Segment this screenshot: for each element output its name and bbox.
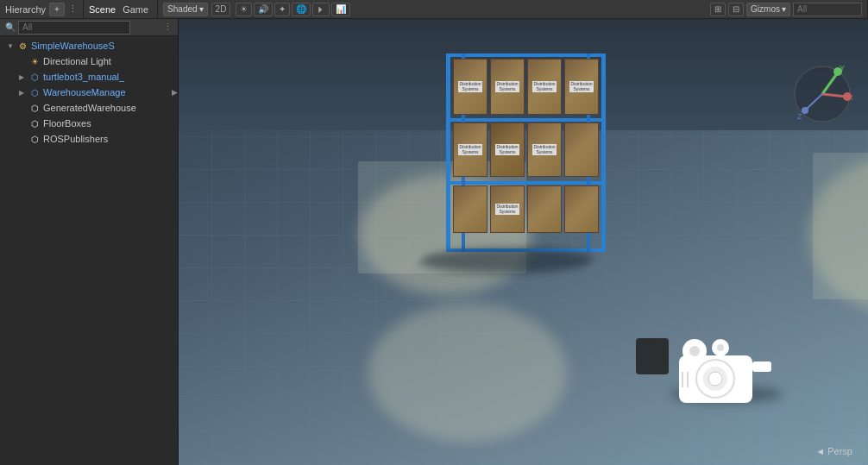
scene-viewport[interactable]: DistributionSystems DistributionSystems … xyxy=(179,19,868,465)
box-3-4 xyxy=(564,185,599,233)
menu-dots-icon[interactable]: ⋮ xyxy=(68,3,78,15)
box-label-1-3: DistributionSystems xyxy=(532,81,556,92)
hierarchy-tab-label: Hierarchy xyxy=(5,4,46,15)
add-hierarchy-button[interactable]: + xyxy=(49,3,65,16)
hier-label-warehouse-manager: WarehouseManage xyxy=(43,87,126,97)
camera-svg-icon xyxy=(662,334,791,412)
svg-point-8 xyxy=(708,372,722,386)
hier-label-directional-light: Directional Light xyxy=(43,56,111,66)
scene-icon-buttons: ☀ 🔊 ✦ 🌐 ⏵ 📊 xyxy=(236,3,350,16)
box-label-3-2: DistributionSystems xyxy=(495,204,519,215)
game-tab-label[interactable]: Game xyxy=(123,4,148,15)
app-root: Hierarchy + ⋮ Scene Game Shaded ▾ 2D ☀ 🔊… xyxy=(0,0,868,465)
scene-search-input[interactable] xyxy=(793,3,862,16)
box-1-1: DistributionSystems xyxy=(453,59,487,115)
fx-button[interactable]: ✦ xyxy=(274,3,290,16)
top-toolbar: Hierarchy + ⋮ Scene Game Shaded ▾ 2D ☀ 🔊… xyxy=(0,0,868,19)
hier-label-generated-warehouse: GeneratedWarehouse xyxy=(43,103,136,113)
snap-button[interactable]: ⊞ xyxy=(710,3,726,16)
shaded-dropdown[interactable]: Shaded ▾ xyxy=(163,3,207,16)
hier-item-warehouse-manager[interactable]: ▶ ⬡ WarehouseManage ▶ xyxy=(0,85,178,100)
persp-label: ◄ Persp xyxy=(815,446,852,456)
camera-gizmo xyxy=(662,334,791,413)
rack-post-right xyxy=(601,53,606,252)
gizmos-label: Gizmos xyxy=(751,4,780,14)
audio-button[interactable]: 🔊 xyxy=(254,3,273,16)
hier-arrow-scene: ▼ xyxy=(7,42,14,50)
box-label-1-4: DistributionSystems xyxy=(569,81,593,92)
y-axis-label: Y xyxy=(840,64,845,72)
axis-gizmo-svg: Y X Z xyxy=(790,62,855,127)
hier-label-turtlebot3: turtlebot3_manual_ xyxy=(43,72,124,82)
grid-button[interactable]: ⊟ xyxy=(728,3,744,16)
prefab-turtlebot-icon: ⬡ xyxy=(28,71,41,83)
hier-label-ros-publishers: ROSPublishers xyxy=(43,134,108,144)
hier-item-generated-warehouse[interactable]: ⬡ GeneratedWarehouse xyxy=(0,100,178,116)
hier-arrow-wm: ▶ xyxy=(19,89,26,97)
hierarchy-items-list: ▼ ⚙ SimpleWarehouseS ☀ Directional Light… xyxy=(0,36,178,465)
box-3-2: DistributionSystems xyxy=(490,185,525,233)
hierarchy-search-icon: 🔍 xyxy=(5,22,16,32)
gizmos-arrow-icon: ▾ xyxy=(782,4,786,14)
hier-arrow-right-wm: ▶ xyxy=(172,88,178,97)
hier-item-simple-warehouse[interactable]: ▼ ⚙ SimpleWarehouseS xyxy=(0,38,178,53)
hierarchy-menu-icon[interactable]: ⋮ xyxy=(163,22,173,33)
svg-point-17 xyxy=(802,107,808,114)
viewport-background: DistributionSystems DistributionSystems … xyxy=(179,19,868,465)
box-label-2-1: DistributionSystems xyxy=(458,144,481,155)
scene-toolbar-main: Shaded ▾ 2D ☀ 🔊 ✦ 🌐 ⏵ 📊 ⊞ ⊟ Gizmos ▾ xyxy=(158,0,868,18)
scene-game-tabs-section: Scene Game xyxy=(84,0,158,18)
box-1-2: DistributionSystems xyxy=(490,59,525,115)
box-3-3 xyxy=(527,185,562,233)
hierarchy-search-bar: 🔍 ⋮ xyxy=(0,19,178,36)
axis-gizmo: Y X Z xyxy=(790,62,855,127)
light-square-2 xyxy=(813,153,868,299)
box-2-3: DistributionSystems xyxy=(527,123,562,177)
light-icon: ☀ xyxy=(28,55,41,67)
box-label-2-3: DistributionSystems xyxy=(532,144,556,155)
svg-rect-7 xyxy=(752,361,771,372)
shelf-1 xyxy=(446,53,606,57)
box-1-4: DistributionSystems xyxy=(564,59,599,115)
prefab-wm-icon: ⬡ xyxy=(28,86,41,98)
hier-item-directional-light[interactable]: ☀ Directional Light xyxy=(0,53,178,69)
light-patch-3 xyxy=(368,304,567,442)
hier-label-floor-boxes: FloorBoxes xyxy=(43,118,91,129)
rack-post-left xyxy=(446,53,450,252)
box-2-4 xyxy=(564,123,599,177)
box-2-1: DistributionSystems xyxy=(453,123,487,177)
light-button[interactable]: ☀ xyxy=(236,3,252,16)
shelf-2 xyxy=(446,118,606,122)
hier-item-floor-boxes[interactable]: ⬡ FloorBoxes xyxy=(0,116,178,131)
hierarchy-panel: 🔍 ⋮ ▼ ⚙ SimpleWarehouseS ☀ Directional L… xyxy=(0,19,179,465)
box-1-3: DistributionSystems xyxy=(527,59,562,115)
boxes-row-3: DistributionSystems xyxy=(453,185,599,233)
box-label-1-1: DistributionSystems xyxy=(458,81,481,92)
scene-tab-label[interactable]: Scene xyxy=(89,4,116,15)
hier-arrow-tb3: ▶ xyxy=(19,73,26,81)
shaded-arrow-icon: ▾ xyxy=(199,4,204,14)
2d-button[interactable]: 2D xyxy=(211,3,231,16)
box-2-2: DistributionSystems xyxy=(490,123,525,177)
hierarchy-search-input[interactable] xyxy=(18,21,130,35)
main-area: 🔍 ⋮ ▼ ⚙ SimpleWarehouseS ☀ Directional L… xyxy=(0,19,868,465)
anim-button[interactable]: ⏵ xyxy=(312,3,330,16)
skybox-button[interactable]: 🌐 xyxy=(292,3,311,16)
boxes-row-1: DistributionSystems DistributionSystems … xyxy=(453,59,599,115)
x-axis-label: X xyxy=(848,93,853,102)
scene-icon: ⚙ xyxy=(16,40,28,52)
gizmos-dropdown[interactable]: Gizmos ▾ xyxy=(746,3,790,16)
z-axis-label: Z xyxy=(797,112,802,121)
shelf-3 xyxy=(446,181,606,185)
gizmos-section: ⊞ ⊟ Gizmos ▾ xyxy=(710,3,862,16)
boxes-row-2: DistributionSystems DistributionSystems … xyxy=(453,123,599,177)
svg-point-4 xyxy=(689,346,700,356)
box-label-1-2: DistributionSystems xyxy=(495,81,519,92)
hier-item-turtlebot3[interactable]: ▶ ⬡ turtlebot3_manual_ xyxy=(0,69,178,85)
stats-button[interactable]: 📊 xyxy=(331,3,350,16)
shaded-label: Shaded xyxy=(167,4,197,14)
hier-item-ros-publishers[interactable]: ⬡ ROSPublishers xyxy=(0,131,178,147)
gameobj-ros-icon: ⬡ xyxy=(28,133,41,145)
gameobj-fb-icon: ⬡ xyxy=(28,117,41,129)
box-3-1 xyxy=(453,185,487,233)
